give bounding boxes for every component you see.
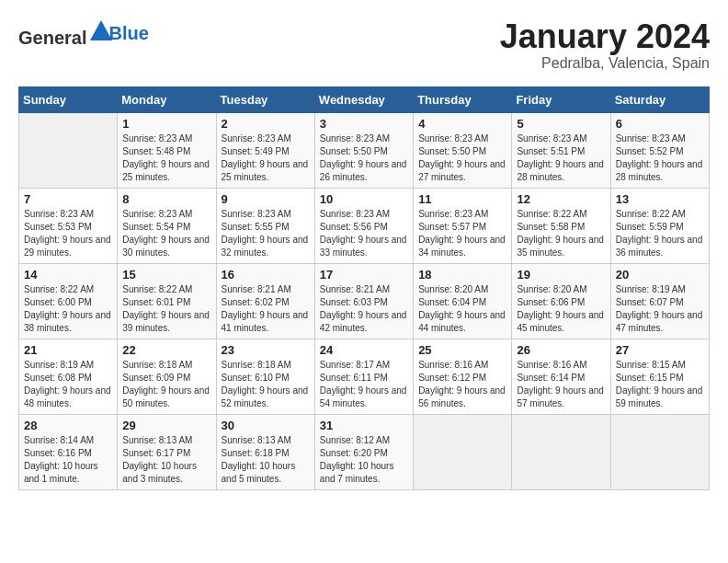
calendar-cell: 16Sunrise: 8:21 AMSunset: 6:02 PMDayligh… bbox=[216, 263, 314, 339]
calendar-cell: 6Sunrise: 8:23 AMSunset: 5:52 PMDaylight… bbox=[610, 112, 709, 188]
calendar-cell: 9Sunrise: 8:23 AMSunset: 5:55 PMDaylight… bbox=[216, 188, 314, 263]
day-info: Sunrise: 8:12 AMSunset: 6:20 PMDaylight:… bbox=[320, 434, 408, 486]
calendar-cell: 27Sunrise: 8:15 AMSunset: 6:15 PMDayligh… bbox=[610, 339, 709, 414]
day-info: Sunrise: 8:19 AMSunset: 6:08 PMDaylight:… bbox=[24, 359, 112, 410]
calendar-cell: 22Sunrise: 8:18 AMSunset: 6:09 PMDayligh… bbox=[118, 339, 216, 414]
day-number: 30 bbox=[222, 419, 310, 432]
day-number: 4 bbox=[418, 117, 506, 131]
logo-general: General bbox=[18, 28, 86, 48]
day-info: Sunrise: 8:23 AMSunset: 5:50 PMDaylight:… bbox=[320, 132, 408, 184]
day-number: 1 bbox=[122, 117, 210, 131]
day-number: 17 bbox=[320, 268, 408, 282]
day-info: Sunrise: 8:23 AMSunset: 5:51 PMDaylight:… bbox=[517, 132, 605, 184]
day-number: 2 bbox=[222, 117, 310, 131]
day-info: Sunrise: 8:23 AMSunset: 5:55 PMDaylight:… bbox=[222, 208, 310, 259]
day-number: 18 bbox=[418, 268, 506, 282]
calendar-cell: 10Sunrise: 8:23 AMSunset: 5:56 PMDayligh… bbox=[314, 188, 413, 263]
day-number: 27 bbox=[616, 343, 704, 357]
calendar-cell: 28Sunrise: 8:14 AMSunset: 6:16 PMDayligh… bbox=[19, 414, 118, 489]
calendar-cell: 19Sunrise: 8:20 AMSunset: 6:06 PMDayligh… bbox=[512, 263, 610, 339]
day-info: Sunrise: 8:13 AMSunset: 6:17 PMDaylight:… bbox=[122, 434, 210, 486]
calendar-cell: 11Sunrise: 8:23 AMSunset: 5:57 PMDayligh… bbox=[414, 188, 512, 263]
logo-text: General bbox=[18, 18, 114, 49]
calendar-cell: 2Sunrise: 8:23 AMSunset: 5:49 PMDaylight… bbox=[216, 112, 314, 188]
calendar-cell: 29Sunrise: 8:13 AMSunset: 6:17 PMDayligh… bbox=[118, 414, 216, 489]
calendar-cell: 30Sunrise: 8:13 AMSunset: 6:18 PMDayligh… bbox=[216, 414, 314, 489]
day-number: 7 bbox=[24, 192, 112, 206]
day-number: 29 bbox=[122, 419, 210, 432]
calendar-cell: 31Sunrise: 8:12 AMSunset: 6:20 PMDayligh… bbox=[314, 414, 413, 489]
col-wednesday: Wednesday bbox=[314, 86, 413, 112]
col-thursday: Thursday bbox=[414, 86, 512, 112]
col-friday: Friday bbox=[512, 86, 610, 112]
calendar-cell: 1Sunrise: 8:23 AMSunset: 5:48 PMDaylight… bbox=[118, 112, 216, 188]
calendar-subtitle: Pedralba, Valencia, Spain bbox=[500, 55, 710, 72]
day-info: Sunrise: 8:23 AMSunset: 5:54 PMDaylight:… bbox=[122, 208, 210, 259]
col-monday: Monday bbox=[118, 86, 216, 112]
calendar-cell: 5Sunrise: 8:23 AMSunset: 5:51 PMDaylight… bbox=[512, 112, 610, 188]
day-number: 9 bbox=[222, 192, 310, 206]
day-number: 20 bbox=[616, 268, 704, 282]
day-info: Sunrise: 8:23 AMSunset: 5:57 PMDaylight:… bbox=[418, 208, 506, 259]
calendar-cell: 20Sunrise: 8:19 AMSunset: 6:07 PMDayligh… bbox=[610, 263, 709, 339]
calendar-cell: 17Sunrise: 8:21 AMSunset: 6:03 PMDayligh… bbox=[314, 263, 413, 339]
logo: General Blue bbox=[18, 18, 149, 49]
day-number: 25 bbox=[418, 343, 506, 357]
calendar-cell bbox=[414, 414, 512, 489]
day-number: 19 bbox=[517, 268, 605, 282]
day-number: 26 bbox=[517, 343, 605, 357]
day-number: 21 bbox=[24, 343, 112, 357]
day-info: Sunrise: 8:14 AMSunset: 6:16 PMDaylight:… bbox=[24, 434, 112, 486]
col-tuesday: Tuesday bbox=[216, 86, 314, 112]
calendar-cell: 13Sunrise: 8:22 AMSunset: 5:59 PMDayligh… bbox=[610, 188, 709, 263]
day-info: Sunrise: 8:20 AMSunset: 6:04 PMDaylight:… bbox=[418, 283, 506, 335]
day-number: 14 bbox=[24, 268, 112, 282]
day-info: Sunrise: 8:23 AMSunset: 5:56 PMDaylight:… bbox=[320, 208, 408, 259]
calendar-table: Sunday Monday Tuesday Wednesday Thursday… bbox=[18, 86, 710, 490]
day-number: 3 bbox=[320, 117, 408, 131]
day-number: 12 bbox=[517, 192, 605, 206]
day-info: Sunrise: 8:23 AMSunset: 5:50 PMDaylight:… bbox=[418, 132, 506, 184]
calendar-cell: 12Sunrise: 8:22 AMSunset: 5:58 PMDayligh… bbox=[512, 188, 610, 263]
calendar-cell: 26Sunrise: 8:16 AMSunset: 6:14 PMDayligh… bbox=[512, 339, 610, 414]
calendar-week-3: 14Sunrise: 8:22 AMSunset: 6:00 PMDayligh… bbox=[19, 263, 710, 339]
day-info: Sunrise: 8:23 AMSunset: 5:49 PMDaylight:… bbox=[222, 132, 310, 184]
calendar-title: January 2024 bbox=[500, 18, 710, 55]
day-info: Sunrise: 8:18 AMSunset: 6:10 PMDaylight:… bbox=[222, 359, 310, 410]
calendar-cell: 8Sunrise: 8:23 AMSunset: 5:54 PMDaylight… bbox=[118, 188, 216, 263]
calendar-cell: 18Sunrise: 8:20 AMSunset: 6:04 PMDayligh… bbox=[414, 263, 512, 339]
day-info: Sunrise: 8:22 AMSunset: 6:01 PMDaylight:… bbox=[122, 283, 210, 335]
day-number: 6 bbox=[616, 117, 704, 131]
day-info: Sunrise: 8:15 AMSunset: 6:15 PMDaylight:… bbox=[616, 359, 704, 410]
day-info: Sunrise: 8:16 AMSunset: 6:12 PMDaylight:… bbox=[418, 359, 506, 410]
day-info: Sunrise: 8:17 AMSunset: 6:11 PMDaylight:… bbox=[320, 359, 408, 410]
day-info: Sunrise: 8:19 AMSunset: 6:07 PMDaylight:… bbox=[616, 283, 704, 335]
day-number: 10 bbox=[320, 192, 408, 206]
day-number: 5 bbox=[517, 117, 605, 131]
day-info: Sunrise: 8:23 AMSunset: 5:53 PMDaylight:… bbox=[24, 208, 112, 259]
calendar-cell: 14Sunrise: 8:22 AMSunset: 6:00 PMDayligh… bbox=[19, 263, 118, 339]
calendar-cell bbox=[512, 414, 610, 489]
calendar-cell: 21Sunrise: 8:19 AMSunset: 6:08 PMDayligh… bbox=[19, 339, 118, 414]
calendar-week-5: 28Sunrise: 8:14 AMSunset: 6:16 PMDayligh… bbox=[19, 414, 710, 489]
header: General Blue January 2024 Pedralba, Vale… bbox=[18, 18, 710, 72]
day-info: Sunrise: 8:23 AMSunset: 5:48 PMDaylight:… bbox=[122, 132, 210, 184]
day-info: Sunrise: 8:23 AMSunset: 5:52 PMDaylight:… bbox=[616, 132, 704, 184]
calendar-cell bbox=[19, 112, 118, 188]
calendar-cell: 4Sunrise: 8:23 AMSunset: 5:50 PMDaylight… bbox=[414, 112, 512, 188]
day-info: Sunrise: 8:18 AMSunset: 6:09 PMDaylight:… bbox=[122, 359, 210, 410]
day-info: Sunrise: 8:16 AMSunset: 6:14 PMDaylight:… bbox=[517, 359, 605, 410]
calendar-cell: 24Sunrise: 8:17 AMSunset: 6:11 PMDayligh… bbox=[314, 339, 413, 414]
header-row: Sunday Monday Tuesday Wednesday Thursday… bbox=[19, 86, 710, 112]
calendar-cell: 7Sunrise: 8:23 AMSunset: 5:53 PMDaylight… bbox=[19, 188, 118, 263]
calendar-cell: 15Sunrise: 8:22 AMSunset: 6:01 PMDayligh… bbox=[118, 263, 216, 339]
day-info: Sunrise: 8:20 AMSunset: 6:06 PMDaylight:… bbox=[517, 283, 605, 335]
calendar-week-1: 1Sunrise: 8:23 AMSunset: 5:48 PMDaylight… bbox=[19, 112, 710, 188]
day-info: Sunrise: 8:22 AMSunset: 5:59 PMDaylight:… bbox=[616, 208, 704, 259]
calendar-cell: 3Sunrise: 8:23 AMSunset: 5:50 PMDaylight… bbox=[314, 112, 413, 188]
day-number: 31 bbox=[320, 419, 408, 432]
day-info: Sunrise: 8:22 AMSunset: 5:58 PMDaylight:… bbox=[517, 208, 605, 259]
day-number: 11 bbox=[418, 192, 506, 206]
day-info: Sunrise: 8:21 AMSunset: 6:03 PMDaylight:… bbox=[320, 283, 408, 335]
calendar-cell bbox=[610, 414, 709, 489]
